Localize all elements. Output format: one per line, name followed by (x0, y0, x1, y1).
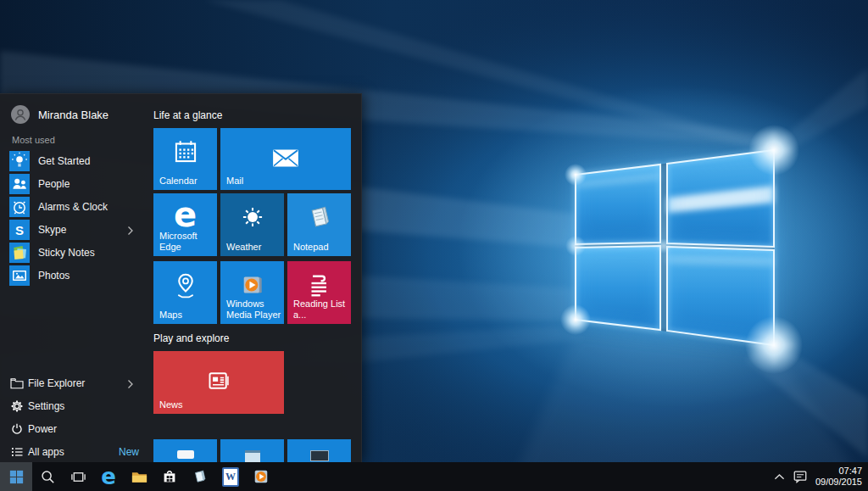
folder-icon (131, 468, 148, 486)
menu-item-label: People (38, 173, 70, 196)
photos-icon (9, 265, 30, 286)
notepad-icon (303, 201, 336, 233)
taskbar-clock[interactable]: 07:47 09/09/2015 (815, 466, 862, 488)
partial-tile-icon (310, 450, 329, 461)
partial-tile-icon (245, 450, 260, 462)
tile-label: Microsoft Edge (159, 231, 215, 253)
edge-icon: e (101, 466, 116, 488)
tile-label: Windows Media Player (226, 299, 282, 321)
alarm-clock-icon (9, 197, 30, 217)
user-avatar-icon (11, 105, 30, 124)
taskbar-store-button[interactable] (154, 462, 185, 491)
mail-icon (268, 140, 303, 176)
tile-news[interactable]: News (153, 351, 284, 414)
taskbar-notepad-button[interactable] (185, 462, 215, 491)
store-bag-icon (161, 468, 178, 485)
most-used-header: Most used (12, 135, 55, 145)
menu-item-power[interactable]: Power (0, 418, 149, 441)
taskbar-file-explorer-button[interactable] (124, 462, 154, 491)
menu-item-photos[interactable]: Photos (0, 265, 149, 287)
clock-date: 09/09/2015 (815, 477, 862, 488)
tile-label: Maps (159, 310, 182, 321)
power-icon (9, 421, 25, 437)
tile-label: Weather (226, 242, 261, 253)
system-tray: 07:47 09/09/2015 (774, 466, 868, 488)
desktop: Miranda Blake Most used Get Started Peop… (0, 0, 868, 491)
tile-group-title[interactable]: Play and explore (153, 332, 229, 344)
partial-tile-icon (177, 450, 194, 459)
notepad-icon (192, 468, 209, 485)
calendar-icon (170, 136, 202, 168)
tile-partial-1[interactable] (153, 439, 217, 463)
chevron-up-icon[interactable] (774, 473, 785, 481)
menu-item-label: Get Started (38, 150, 90, 173)
menu-item-label: Photos (38, 265, 70, 287)
menu-item-get-started[interactable]: Get Started (0, 150, 149, 173)
lightbulb-icon (9, 151, 30, 171)
menu-item-skype[interactable]: S Skype (0, 219, 149, 242)
menu-item-label: Power (28, 418, 57, 441)
taskbar-word-button[interactable]: W (215, 462, 246, 491)
taskbar: e W (0, 462, 868, 491)
menu-item-label: File Explorer (28, 372, 85, 395)
tile-label: Calendar (159, 176, 198, 187)
skype-icon: S (9, 220, 30, 240)
tile-mail[interactable]: Mail (220, 128, 351, 190)
user-account-button[interactable]: Miranda Blake (0, 94, 149, 135)
menu-item-file-explorer[interactable]: File Explorer (0, 372, 149, 395)
menu-item-label: Skype (38, 219, 66, 242)
chevron-right-icon (127, 226, 134, 236)
taskbar-media-player-button[interactable] (246, 462, 276, 491)
people-icon (9, 174, 30, 194)
windows-logo-icon (9, 470, 24, 484)
edge-icon: e (174, 195, 197, 234)
start-menu: Miranda Blake Most used Get Started Peop… (0, 93, 362, 463)
menu-item-people[interactable]: People (0, 173, 149, 196)
tile-label: Reading List a... (293, 299, 349, 321)
clock-time: 07:47 (815, 466, 862, 477)
tile-label: News (159, 399, 183, 410)
sun-icon (236, 201, 269, 233)
user-name: Miranda Blake (38, 109, 108, 121)
action-center-icon[interactable] (793, 469, 808, 484)
menu-item-label: Alarms & Clock (38, 196, 108, 219)
menu-item-alarms-clock[interactable]: Alarms & Clock (0, 196, 149, 219)
chevron-right-icon (127, 379, 134, 389)
tile-weather[interactable]: Weather (220, 193, 284, 256)
tile-partial-3[interactable] (287, 439, 351, 463)
menu-item-label: Sticky Notes (38, 242, 95, 265)
task-view-icon (70, 469, 86, 485)
all-apps-icon (9, 444, 25, 460)
news-icon (201, 363, 236, 399)
map-pin-icon (170, 269, 202, 301)
tile-partial-2[interactable] (220, 439, 284, 463)
menu-item-all-apps[interactable]: All apps New (0, 441, 149, 463)
tile-notepad[interactable]: Notepad (287, 193, 351, 256)
start-button[interactable] (0, 462, 32, 491)
tile-windows-media-player[interactable]: Windows Media Player (220, 261, 284, 324)
tile-group-title[interactable]: Life at a glance (153, 109, 222, 121)
taskbar-edge-button[interactable]: e (93, 462, 124, 491)
media-player-icon (236, 269, 269, 301)
tile-label: Mail (226, 176, 243, 187)
tile-calendar[interactable]: Calendar (153, 128, 217, 190)
tile-microsoft-edge[interactable]: e Microsoft Edge (153, 193, 217, 256)
tile-maps[interactable]: Maps (153, 261, 217, 324)
menu-item-label: All apps (28, 441, 64, 463)
taskbar-search-button[interactable] (32, 462, 63, 491)
new-badge: New (119, 441, 139, 463)
tile-reading-list[interactable]: Reading List a... (287, 261, 351, 324)
task-view-button[interactable] (63, 462, 93, 491)
media-player-icon (253, 468, 270, 485)
menu-item-sticky-notes[interactable]: Sticky Notes (0, 242, 149, 265)
folder-icon (9, 376, 25, 391)
tile-label: Notepad (293, 242, 329, 253)
word-icon: W (222, 467, 239, 487)
gear-icon (9, 399, 25, 414)
sticky-notes-icon (9, 243, 30, 263)
menu-item-settings[interactable]: Settings (0, 395, 149, 418)
menu-item-label: Settings (28, 395, 64, 418)
search-icon (40, 469, 55, 484)
reading-list-icon (303, 269, 336, 301)
